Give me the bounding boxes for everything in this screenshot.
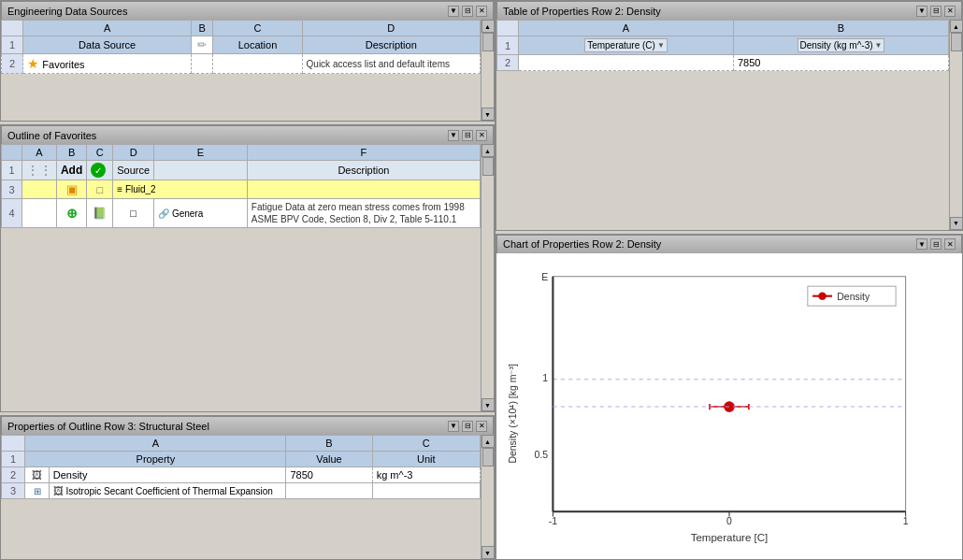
outline-3d: ≡ Fluid_2 xyxy=(113,180,248,199)
dock-button[interactable]: ⊟ xyxy=(462,6,473,17)
favorites-c-cell xyxy=(213,54,302,74)
chart-container: Density (×10⁴) [kg m⁻³] E 1 0.5 -1 0 1 xyxy=(496,253,962,559)
edit-icon: ✏ xyxy=(197,38,207,51)
tbl-scroll-down[interactable]: ▼ xyxy=(950,217,963,230)
x-tick-0: 0 xyxy=(726,516,732,526)
outline-4b: ⊕ xyxy=(56,199,86,228)
scroll-up-btn[interactable]: ▲ xyxy=(482,20,495,33)
thermal-expand-label: 🖼 Isotropic Secant Coefficient of Therma… xyxy=(49,483,286,499)
outline-corner xyxy=(2,145,22,161)
favorites-desc-cell: Quick access list and default items xyxy=(302,54,480,74)
outline-scroll-thumb xyxy=(482,157,494,176)
outline-3c: □ xyxy=(87,180,113,199)
outline-row-1: 1 ⋮⋮ Add ✓ Source Description xyxy=(2,161,481,180)
density-value-cell[interactable]: 7850 xyxy=(734,55,949,71)
temperature-header-cell: Temperature (C) ▼ xyxy=(519,36,734,55)
density-dropdown-arrow: ▼ xyxy=(875,41,883,50)
outline-4a xyxy=(22,199,56,228)
outline-4c: 📗 xyxy=(87,199,113,228)
temperature-value-cell[interactable] xyxy=(519,55,734,71)
density-value[interactable]: 7850 xyxy=(286,467,372,483)
props-scroll-down[interactable]: ▼ xyxy=(482,546,495,559)
grid-icon: ⋮⋮ xyxy=(26,163,52,178)
col-d-header: D xyxy=(302,21,480,36)
row-num-2: 2 xyxy=(2,54,23,74)
props-scroll-up[interactable]: ▲ xyxy=(482,435,495,448)
outline-scroll-up[interactable]: ▲ xyxy=(482,144,495,157)
table-row: 1 Data Source ✏ Location Description xyxy=(2,36,481,54)
density-label: Density xyxy=(49,467,286,483)
tbl-row-2: 2 7850 xyxy=(497,55,949,71)
tbl-scrollbar[interactable]: ▲ ▼ xyxy=(949,20,962,230)
outline-1f: Description xyxy=(247,161,480,180)
favorites-row: 2 ★ Favorites Quick access list and defa… xyxy=(2,54,481,74)
close-button[interactable]: ✕ xyxy=(476,6,487,17)
outline-close-button[interactable]: ✕ xyxy=(476,130,487,141)
outline-scrollbar[interactable]: ▲ ▼ xyxy=(481,144,494,411)
props-col-a: A xyxy=(25,436,286,452)
chart-title: Chart of Properties Row 2: Density xyxy=(503,238,661,250)
temperature-dropdown[interactable]: Temperature (C) ▼ xyxy=(584,38,668,52)
outline-col-f: F xyxy=(247,145,480,161)
chart-area xyxy=(553,277,905,511)
tbl-corner xyxy=(497,21,519,36)
table-properties-panel: Table of Properties Row 2: Density ▼ ⊟ ✕ xyxy=(496,0,963,231)
outline-4f: Fatigue Data at zero mean stress comes f… xyxy=(247,199,480,228)
outline-3f xyxy=(247,180,480,199)
outline-pin-button[interactable]: ▼ xyxy=(448,130,459,141)
props-dock-btn[interactable]: ⊟ xyxy=(462,421,473,432)
outline-col-c: C xyxy=(87,145,113,161)
engineering-data-sources-header: Engineering Data Sources ▼ ⊟ ✕ xyxy=(1,1,494,20)
chart-panel: Chart of Properties Row 2: Density ▼ ⊟ ✕… xyxy=(496,234,963,560)
yellow-box-icon: ▣ xyxy=(66,182,78,196)
density-col-label: Density (kg m^-3) xyxy=(800,40,873,50)
col-a-header: A xyxy=(23,21,192,36)
legend-point xyxy=(818,292,826,299)
fatigue-description: Fatigue Data at zero mean stress comes f… xyxy=(252,202,465,224)
x-tick-neg1: -1 xyxy=(549,516,557,526)
plus-icon: ⊕ xyxy=(66,206,78,221)
thermal-expand-unit xyxy=(372,483,480,499)
density-icon: 🖼 xyxy=(32,469,42,481)
checkbox-icon: □ xyxy=(96,184,103,195)
outline-col-e: E xyxy=(154,145,248,161)
props-row-1: 1 Property Value Unit xyxy=(2,452,481,467)
chart-close-btn[interactable]: ✕ xyxy=(944,238,956,250)
x-axis-label: Temperature [C] xyxy=(691,532,769,543)
datasource-label: Data Source xyxy=(23,36,192,54)
tbl-pin-btn[interactable]: ▼ xyxy=(916,6,927,17)
outline-3a xyxy=(22,180,56,199)
outline-col-a: A xyxy=(22,145,56,161)
square-icon: □ xyxy=(130,208,137,219)
col-b-header: B xyxy=(192,21,213,36)
outline-col-d: D xyxy=(113,145,154,161)
outline-table: A B C D E F 1 ⋮⋮ xyxy=(1,144,481,228)
tbl-scroll-up[interactable]: ▲ xyxy=(950,20,963,33)
engineering-data-sources-panel: Engineering Data Sources ▼ ⊟ ✕ xyxy=(0,0,495,122)
favorites-cell[interactable]: ★ Favorites xyxy=(23,54,192,74)
eng-data-scrollbar[interactable]: ▲ ▼ xyxy=(481,20,494,121)
chart-dock-btn[interactable]: ⊟ xyxy=(930,238,941,250)
outline-1b[interactable]: Add xyxy=(56,161,86,180)
outline-scroll-down[interactable]: ▼ xyxy=(482,398,495,411)
props-pin-btn[interactable]: ▼ xyxy=(448,421,459,432)
location-label: Location xyxy=(213,36,302,54)
pin-button[interactable]: ▼ xyxy=(448,6,459,17)
props-close-btn[interactable]: ✕ xyxy=(476,421,487,432)
tbl-dock-btn[interactable]: ⊟ xyxy=(930,6,941,17)
outline-rownum-1: 1 xyxy=(2,161,22,180)
scroll-track xyxy=(482,33,495,108)
props-scroll-track xyxy=(482,448,495,546)
scroll-down-btn[interactable]: ▼ xyxy=(482,108,495,121)
properties-table: A B C 1 Property Value Unit xyxy=(1,435,481,499)
engineering-data-sources-title: Engineering Data Sources xyxy=(7,6,127,17)
density-dropdown[interactable]: Density (kg m^-3) ▼ xyxy=(798,38,885,52)
outline-dock-button[interactable]: ⊟ xyxy=(462,130,473,141)
tbl-col-b: B xyxy=(734,21,949,36)
tbl-close-btn[interactable]: ✕ xyxy=(944,6,956,17)
outline-scroll-track xyxy=(482,157,495,398)
props-scrollbar[interactable]: ▲ ▼ xyxy=(481,435,494,559)
table-properties-table: A B 1 Temperature (C) ▼ xyxy=(496,20,949,71)
chart-pin-btn[interactable]: ▼ xyxy=(916,238,927,250)
table-properties-title: Table of Properties Row 2: Density xyxy=(503,6,661,17)
